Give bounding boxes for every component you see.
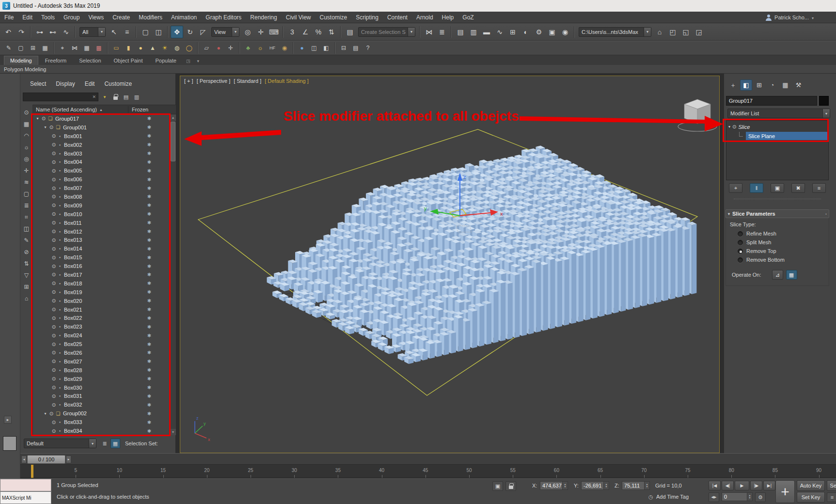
track-bar[interactable]: 51015202530354045505560657075808590 (20, 465, 836, 478)
select-and-scale-icon[interactable]: ◸ (197, 26, 209, 38)
menu-graph-editors[interactable]: Graph Editors (201, 12, 246, 23)
use-pivot-point-center-icon[interactable]: ◎ (241, 26, 254, 38)
stack-entry-slice[interactable]: ▾⊙Slice (726, 122, 828, 131)
color-swatch[interactable] (3, 436, 16, 451)
slice-type-option-refine-mesh[interactable]: Refine Mesh (730, 229, 825, 238)
make-unique-button[interactable]: ▣ (771, 183, 784, 193)
frozen-column-header[interactable]: Frozen (132, 107, 148, 112)
play-button[interactable]: ▶ (735, 481, 749, 490)
tab-object-paint[interactable]: Object Paint (108, 56, 149, 65)
x-coord-field[interactable]: 474,637▲▼ (540, 481, 568, 490)
material-editor-icon[interactable]: ◐ (520, 26, 532, 38)
display-groups-icon[interactable]: ▢ (21, 188, 32, 200)
explorer-row-object[interactable]: ⊙●Box005✱ (33, 166, 170, 175)
spinner-icon[interactable]: ▲▼ (562, 482, 568, 489)
explorer-row-object[interactable]: ⊙●Box001✱ (33, 132, 170, 141)
select-and-rotate-icon[interactable]: ↻ (184, 26, 196, 38)
visibility-eye-icon[interactable]: ⊙ (50, 211, 57, 217)
next-frame-button[interactable]: |▶ (750, 481, 762, 490)
object-name-field[interactable]: Group017 (726, 96, 817, 106)
select-object-icon[interactable]: ↖ (108, 26, 120, 38)
viewport-style-label[interactable]: [ Standard ] (234, 78, 261, 84)
undo-icon[interactable]: ↶ (2, 26, 15, 38)
visibility-eye-icon[interactable]: ⊙ (50, 402, 57, 408)
operate-on-mesh-button[interactable]: ▦ (786, 270, 797, 280)
menu-rendering[interactable]: Rendering (246, 12, 281, 23)
viewport-shading-label[interactable]: [ Default Shading ] (265, 78, 309, 84)
workspace-layout-1-icon[interactable]: ◰ (666, 26, 679, 38)
bind-to-space-warp-icon[interactable]: ∿ (60, 26, 72, 38)
visibility-eye-icon[interactable]: ⊙ (50, 376, 57, 381)
polygon-modeling-panel[interactable]: Polygon Modeling (0, 65, 836, 74)
curve-editor-icon[interactable]: ∿ (493, 26, 506, 38)
visibility-eye-icon[interactable]: ⊙ (50, 203, 57, 208)
explorer-row-object[interactable]: ⊙●Box006✱ (33, 175, 170, 184)
display-shapes-icon[interactable]: ◠ (21, 130, 32, 142)
selection-region-icon[interactable]: ▢ (139, 26, 152, 38)
visibility-eye-icon[interactable]: ⊙ (50, 237, 57, 243)
edit-cells-icon[interactable]: ✎ (21, 235, 32, 246)
configure-modifier-sets-button[interactable]: ≡ (812, 183, 826, 193)
display-bones-icon[interactable]: ⌗ (21, 211, 32, 223)
explorer-row-object[interactable]: ⊙●Box019✱ (33, 288, 170, 297)
menu-animation[interactable]: Animation (167, 12, 201, 23)
explorer-row-object[interactable]: ⊙●Box011✱ (33, 219, 170, 227)
slice-type-option-split-mesh[interactable]: Split Mesh (730, 238, 825, 247)
macro-recorder-pane[interactable] (0, 479, 51, 491)
modify-tab-icon[interactable]: ◧ (740, 79, 752, 91)
render-setup-icon[interactable]: ⚙ (533, 26, 545, 38)
current-frame-marker[interactable] (31, 465, 33, 478)
selection-lock-toggle[interactable] (505, 481, 516, 491)
visibility-eye-icon[interactable]: ⊙ (50, 394, 57, 399)
sphere-blue-icon[interactable]: ● (296, 43, 308, 53)
notes-icon[interactable]: ▤ (350, 43, 362, 53)
expand-arrow-icon[interactable]: ▾ (43, 411, 48, 416)
lock-explorer-icon[interactable] (110, 92, 120, 102)
explorer-row-object[interactable]: ⊙●Box023✱ (33, 322, 170, 331)
visibility-eye-icon[interactable]: ⊙ (50, 428, 57, 434)
explorer-row-object[interactable]: ⊙●Box018✱ (33, 279, 170, 288)
display-layers-mode-icon[interactable]: ≣ (100, 439, 110, 448)
visibility-eye-icon[interactable]: ⊙ (50, 194, 57, 199)
menu-content[interactable]: Content (383, 12, 412, 23)
compose-icon[interactable]: ◫ (308, 43, 320, 53)
explorer-row-object[interactable]: ⊙●Box010✱ (33, 210, 170, 219)
explorer-row-object[interactable]: ⊙●Box027✱ (33, 357, 170, 366)
display-lights-icon[interactable]: ☼ (21, 142, 32, 153)
time-slider-handle[interactable]: 0 / 100 (27, 455, 65, 464)
flat-list-view-icon[interactable]: ▥ (132, 92, 142, 102)
viewport-menu-plus[interactable]: [ + ] (184, 78, 193, 84)
snaps-toggle-3d-icon[interactable]: 3 (286, 26, 299, 38)
auto-key-button[interactable]: Auto Key (797, 480, 825, 491)
radio-button[interactable] (738, 240, 743, 245)
menu-group[interactable]: Group (59, 12, 84, 23)
visibility-eye-icon[interactable]: ⊙ (50, 324, 57, 330)
explorer-row-object[interactable]: ⊙●Box028✱ (33, 366, 170, 375)
explorer-row-object[interactable]: ⊙●Box020✱ (33, 297, 170, 305)
select-and-move-icon[interactable]: ✥ (171, 26, 183, 38)
menu-tools[interactable]: Tools (37, 12, 59, 23)
operate-on-polygon-button[interactable]: ⊿ (772, 270, 783, 280)
render-elements-icon[interactable]: ◧ (320, 43, 332, 53)
explorer-row-object[interactable]: ⊙●Box032✱ (33, 400, 170, 409)
scrollbar-thumb[interactable] (171, 122, 175, 161)
explorer-row-object[interactable]: ⊙●Box021✱ (33, 305, 170, 314)
radio-button[interactable] (738, 231, 743, 236)
key-filters-button[interactable]: ≡ (827, 492, 836, 502)
visibility-eye-icon[interactable]: ⊙ (50, 151, 57, 156)
visibility-eye-icon[interactable]: ⊙ (50, 281, 57, 286)
explorer-row-object[interactable]: ⊙●Box016✱ (33, 262, 170, 270)
previous-frame-arrow-icon[interactable] (21, 456, 27, 463)
user-account-menu[interactable]: Patrick Scho... (766, 12, 814, 23)
menu-file[interactable]: File (0, 12, 18, 23)
menu-scripting[interactable]: Scripting (351, 12, 383, 23)
hf-label-icon[interactable]: HF (267, 43, 278, 53)
name-column-header[interactable]: Name (Sorted Ascending) (33, 107, 97, 112)
perspective-viewport[interactable]: [ + ] [ Perspective ] [ Standard ] [ Def… (180, 76, 720, 453)
spinner-snap-icon[interactable]: ⇅ (325, 26, 338, 38)
clear-search-icon[interactable]: ✕ (90, 94, 98, 99)
explorer-row-object[interactable]: ⊙●Box008✱ (33, 192, 170, 201)
explorer-row-object[interactable]: ⊙●Box015✱ (33, 253, 170, 262)
explorer-row-object[interactable]: ⊙●Box007✱ (33, 184, 170, 192)
cone-primitive-icon[interactable]: ▲ (147, 43, 158, 53)
